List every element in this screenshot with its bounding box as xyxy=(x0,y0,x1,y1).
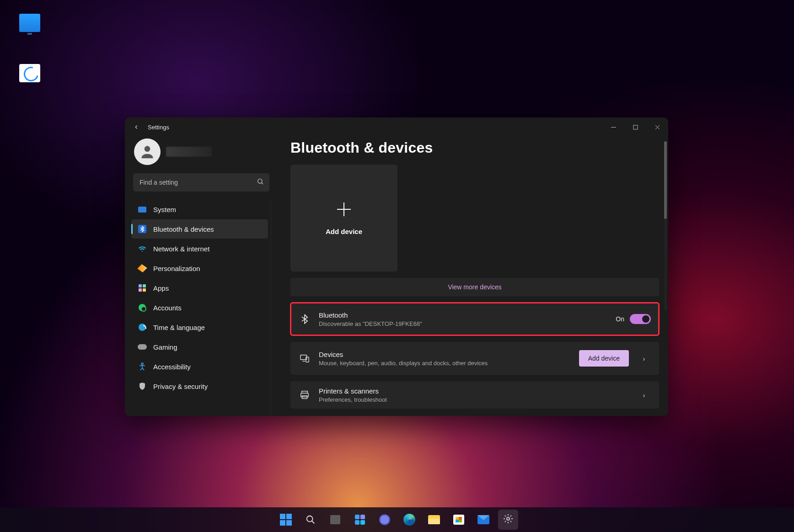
chevron-right-icon[interactable]: › xyxy=(637,355,651,362)
titlebar[interactable]: Settings xyxy=(125,117,668,137)
nav-label: Accessibility xyxy=(153,363,191,371)
shield-icon xyxy=(138,382,147,391)
svg-point-4 xyxy=(141,363,143,365)
search-input[interactable] xyxy=(133,173,269,192)
nav-accessibility[interactable]: Accessibility xyxy=(131,357,268,376)
profile-block[interactable] xyxy=(131,137,271,173)
brush-icon xyxy=(137,264,147,272)
window-title: Settings xyxy=(148,124,169,131)
add-device-tile[interactable]: Add device xyxy=(290,165,397,271)
sidebar: System Bluetooth & devices Network & int… xyxy=(125,137,276,416)
scrollbar-thumb[interactable] xyxy=(664,141,667,219)
widgets-icon xyxy=(355,515,365,525)
nav-label: Time & language xyxy=(153,324,205,331)
svg-point-11 xyxy=(507,517,510,520)
start-button[interactable] xyxy=(276,510,296,530)
page-title: Bluetooth & devices xyxy=(290,139,659,156)
svg-point-3 xyxy=(258,179,262,183)
nav: System Bluetooth & devices Network & int… xyxy=(131,200,271,416)
nav-bluetooth-devices[interactable]: Bluetooth & devices xyxy=(131,219,268,239)
apps-icon xyxy=(139,284,146,292)
bluetooth-icon xyxy=(138,225,146,233)
nav-label: Accounts xyxy=(153,304,182,312)
desktop-icon-recycle-bin[interactable] xyxy=(9,64,50,84)
store[interactable] xyxy=(449,510,469,530)
edge-icon xyxy=(403,514,415,526)
nav-label: Bluetooth & devices xyxy=(153,225,214,233)
store-icon xyxy=(453,515,464,525)
search-icon xyxy=(306,515,316,525)
devices-title: Devices xyxy=(319,351,488,359)
task-view[interactable] xyxy=(325,510,345,530)
system-icon xyxy=(138,207,146,213)
printers-subtitle: Preferences, troubleshoot xyxy=(319,396,387,403)
accessibility-icon xyxy=(138,362,147,371)
monitor-icon xyxy=(19,14,40,32)
wifi-icon xyxy=(138,244,147,253)
search-icon xyxy=(257,178,264,187)
view-more-label: View more devices xyxy=(448,283,501,291)
bluetooth-row[interactable]: Bluetooth Discoverable as "DESKTOP-19FKE… xyxy=(290,303,659,335)
avatar xyxy=(134,138,161,165)
add-device-label: Add device xyxy=(326,228,362,235)
close-button[interactable] xyxy=(646,117,668,137)
nav-privacy[interactable]: Privacy & security xyxy=(131,377,268,396)
gamepad-icon xyxy=(138,344,147,350)
bluetooth-toggle[interactable] xyxy=(630,314,651,324)
nav-system[interactable]: System xyxy=(131,200,268,219)
windows-icon xyxy=(280,514,292,526)
nav-label: System xyxy=(153,206,176,213)
devices-subtitle: Mouse, keyboard, pen, audio, displays an… xyxy=(319,360,488,367)
nav-network[interactable]: Network & internet xyxy=(131,239,268,258)
nav-label: Personalization xyxy=(153,265,200,272)
taskview-icon xyxy=(330,515,340,524)
svg-point-2 xyxy=(145,146,150,152)
gear-icon xyxy=(503,513,514,526)
taskbar xyxy=(0,507,794,532)
back-button[interactable] xyxy=(129,120,143,134)
bluetooth-subtitle: Discoverable as "DESKTOP-19FKE68" xyxy=(319,320,422,327)
chevron-right-icon[interactable]: › xyxy=(637,391,651,399)
main-content: Bluetooth & devices Add device View more… xyxy=(276,137,668,416)
edge[interactable] xyxy=(399,510,419,530)
nav-accounts[interactable]: Accounts xyxy=(131,298,268,317)
file-explorer[interactable] xyxy=(424,510,444,530)
nav-label: Network & internet xyxy=(153,245,209,253)
svg-rect-0 xyxy=(611,127,616,128)
nav-label: Apps xyxy=(153,284,169,292)
bluetooth-icon xyxy=(299,314,311,324)
recycle-bin-icon xyxy=(19,64,40,82)
nav-personalization[interactable]: Personalization xyxy=(131,259,268,278)
taskbar-search[interactable] xyxy=(300,510,321,530)
svg-rect-1 xyxy=(633,125,638,129)
desktop-icon-this-pc[interactable] xyxy=(9,14,50,34)
profile-name-redacted xyxy=(166,147,212,157)
printers-title: Printers & scanners xyxy=(319,387,387,395)
desktop[interactable]: Settings xyxy=(0,0,794,532)
mail[interactable] xyxy=(473,510,494,530)
add-device-button[interactable]: Add device xyxy=(579,350,629,367)
nav-time-language[interactable]: Time & language xyxy=(131,318,268,337)
view-more-devices[interactable]: View more devices xyxy=(290,278,659,296)
account-icon xyxy=(139,304,146,311)
settings-window: Settings xyxy=(125,117,668,416)
bluetooth-state: On xyxy=(616,315,624,323)
nav-label: Gaming xyxy=(153,343,177,351)
maximize-button[interactable] xyxy=(624,117,646,137)
printer-icon xyxy=(299,390,311,399)
widgets[interactable] xyxy=(350,510,370,530)
nav-gaming[interactable]: Gaming xyxy=(131,337,268,356)
plus-icon xyxy=(336,201,352,219)
folder-icon xyxy=(428,515,440,524)
nav-apps[interactable]: Apps xyxy=(131,278,268,298)
minimize-button[interactable] xyxy=(602,117,624,137)
settings-taskbar[interactable] xyxy=(498,510,518,530)
printers-row[interactable]: Printers & scanners Preferences, trouble… xyxy=(290,381,659,409)
chat[interactable] xyxy=(375,510,395,530)
devices-icon xyxy=(299,354,311,363)
globe-icon xyxy=(139,324,146,331)
mail-icon xyxy=(477,515,489,524)
nav-label: Privacy & security xyxy=(153,383,208,390)
svg-point-10 xyxy=(307,516,313,522)
devices-row[interactable]: Devices Mouse, keyboard, pen, audio, dis… xyxy=(290,342,659,375)
